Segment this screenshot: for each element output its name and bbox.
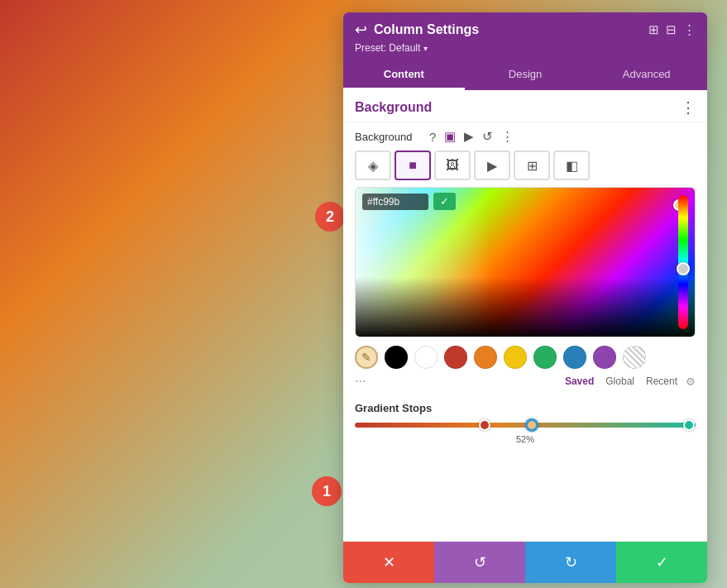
action-bar: ✕ ↺ ↻ ✓	[343, 541, 707, 583]
swatch-transparent[interactable]	[623, 346, 646, 369]
bg-type-row: ◈ ■ 🖼 ▶ ⊞ ◧	[343, 151, 707, 187]
preset-label: Preset: Default	[355, 42, 420, 54]
confirm-button[interactable]: ✓	[616, 542, 707, 583]
section-title: Background	[355, 100, 432, 115]
column-settings-panel: ↩ Column Settings ⊞ ⊟ ⋮ Preset: Default …	[343, 12, 707, 583]
gradient-stops-section: Gradient Stops 52%	[343, 395, 707, 451]
desktop-icon[interactable]: ▣	[444, 129, 456, 144]
preset-chevron-icon[interactable]: ▾	[423, 44, 428, 53]
preset-row: Preset: Default ▾	[355, 42, 696, 60]
swatch-orange[interactable]	[474, 346, 497, 369]
panel-title: Column Settings	[374, 22, 479, 37]
more-dots-icon[interactable]: ···	[355, 374, 366, 389]
cursor-icon[interactable]: ▶	[464, 129, 474, 144]
background-icons: ? ▣ ▶ ↺ ⋮	[429, 129, 514, 144]
expand-icon[interactable]: ⊞	[648, 22, 659, 37]
panel-title-icons: ⊞ ⊟ ⋮	[648, 22, 696, 37]
color-tab-saved[interactable]: Saved	[560, 374, 599, 389]
hue-slider[interactable]	[672, 188, 695, 337]
back-arrow-icon[interactable]: ↩	[355, 21, 367, 39]
hue-track	[678, 195, 688, 329]
eyedropper-swatch[interactable]: ✎	[355, 346, 378, 369]
color-tab-row: ··· Saved Global Recent ⚙	[343, 372, 707, 395]
hex-confirm-button[interactable]: ✓	[433, 193, 456, 210]
reset-button[interactable]: ↺	[434, 542, 525, 583]
gradient-stop-3[interactable]	[683, 419, 695, 431]
section-header: Background ⋮	[343, 90, 707, 122]
more-options-icon[interactable]: ⋮	[683, 22, 696, 37]
panel-title-left: ↩ Column Settings	[355, 21, 479, 39]
bg-type-gradient[interactable]: ◈	[355, 151, 391, 180]
color-spectrum[interactable]	[356, 188, 695, 337]
gradient-stops-label: Gradient Stops	[355, 402, 696, 414]
swatch-white[interactable]	[414, 346, 438, 369]
gradient-stop-1[interactable]	[479, 419, 490, 431]
section-more-icon[interactable]: ⋮	[681, 98, 696, 117]
bg-type-video[interactable]: ▶	[474, 151, 510, 180]
panel-body: Background ⋮ Background ? ▣ ▶ ↺ ⋮ ◈ ■ 🖼 …	[343, 90, 707, 541]
swatch-purple[interactable]	[593, 346, 616, 369]
cancel-button[interactable]: ✕	[343, 542, 434, 583]
swatch-green[interactable]	[533, 346, 557, 369]
swatch-yellow[interactable]	[504, 346, 527, 369]
active-stop-pct: 52%	[355, 434, 696, 444]
color-tab-global[interactable]: Global	[600, 374, 639, 389]
background-row: Background ? ▣ ▶ ↺ ⋮	[343, 122, 707, 151]
badge-1: 1	[312, 476, 342, 506]
panel-tabs: Content Design Advanced	[343, 60, 707, 90]
help-icon[interactable]: ?	[429, 130, 436, 144]
undo-icon[interactable]: ↺	[482, 129, 493, 144]
gradient-track-wrap	[355, 423, 696, 428]
hex-input[interactable]	[362, 194, 428, 210]
hue-thumb[interactable]	[677, 262, 690, 275]
panel-header: ↩ Column Settings ⊞ ⊟ ⋮ Preset: Default …	[343, 12, 707, 60]
swatch-blue[interactable]	[563, 346, 586, 369]
bg-type-pattern[interactable]: ⊞	[514, 151, 550, 180]
bg-type-slideshow[interactable]: ◧	[553, 151, 590, 180]
redo-button[interactable]: ↻	[525, 542, 616, 583]
bg-type-image[interactable]: 🖼	[434, 151, 471, 180]
gradient-track[interactable]	[355, 423, 696, 428]
color-picker: ✓	[355, 187, 696, 337]
panel-title-row: ↩ Column Settings ⊞ ⊟ ⋮	[355, 21, 696, 39]
color-tab-recent[interactable]: Recent	[641, 374, 682, 389]
swatch-row: ✎	[343, 337, 707, 372]
swatch-red[interactable]	[444, 346, 467, 369]
bg-type-solid[interactable]: ■	[395, 151, 431, 180]
collapse-icon[interactable]: ⊟	[666, 22, 677, 37]
bg-more-icon[interactable]: ⋮	[501, 129, 514, 144]
badge-2: 2	[315, 202, 345, 232]
gradient-stop-2[interactable]	[525, 418, 538, 432]
color-settings-icon[interactable]: ⚙	[686, 375, 696, 388]
swatch-black[interactable]	[385, 346, 408, 369]
tab-advanced[interactable]: Advanced	[586, 60, 707, 90]
background-label: Background	[355, 131, 421, 143]
tab-design[interactable]: Design	[465, 60, 586, 90]
tab-content[interactable]: Content	[343, 60, 465, 90]
